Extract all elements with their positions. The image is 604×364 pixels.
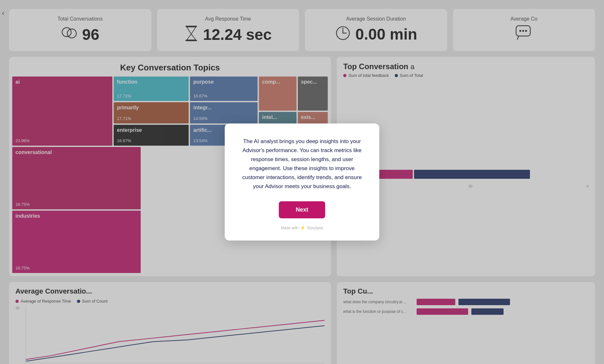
next-button[interactable]: Next xyxy=(279,201,325,218)
storylane-icon: ⚡ xyxy=(300,225,305,230)
overlay-backdrop: The AI analyst brings you deep insights … xyxy=(0,0,604,364)
modal-footer-made: Made with xyxy=(281,226,298,230)
modal-dialog: The AI analyst brings you deep insights … xyxy=(225,123,379,241)
modal-footer-brand: Storylane xyxy=(307,226,323,230)
modal-footer: Made with ⚡ Storylane xyxy=(281,225,323,230)
modal-text: The AI analyst brings you deep insights … xyxy=(239,137,365,191)
